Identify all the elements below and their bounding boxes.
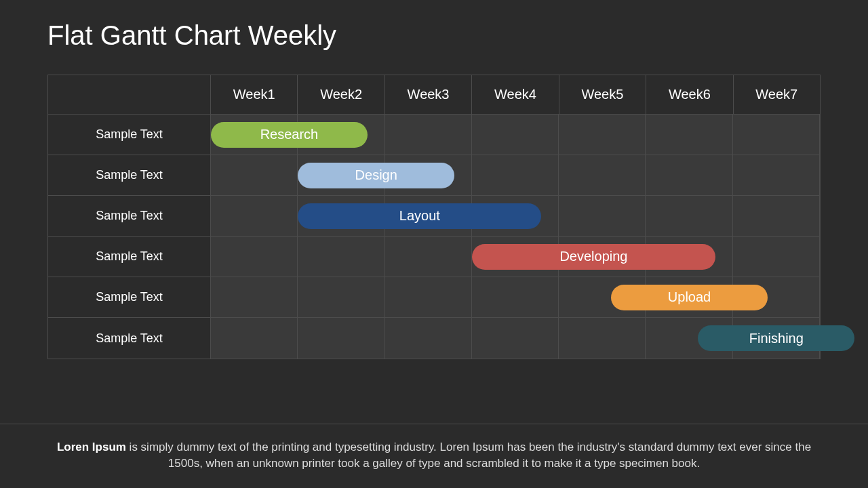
header-week4: Week4 (472, 75, 559, 115)
gantt-body: Sample TextResearchSample TextDesignSamp… (48, 115, 820, 359)
grid-cell (559, 115, 646, 155)
grid-cell (733, 196, 820, 236)
row-grid: Design (211, 155, 820, 196)
gantt-bar: Finishing (698, 325, 854, 351)
grid-cell (472, 115, 559, 155)
gantt-row: Sample TextDeveloping (48, 237, 820, 277)
gantt-row: Sample TextResearch (48, 115, 820, 155)
gantt-bar: Layout (298, 203, 541, 229)
grid-cell (733, 237, 820, 277)
grid-cell (559, 318, 646, 359)
grid-cell (472, 318, 559, 359)
gantt-bar: Upload (611, 285, 768, 310)
header-week7: Week7 (734, 75, 820, 115)
grid-cell (472, 155, 559, 195)
gantt-row: Sample TextUpload (48, 277, 820, 318)
header-week2: Week2 (298, 75, 384, 115)
grid-cell (211, 318, 298, 359)
grid-cell (472, 277, 559, 317)
gantt-bar: Design (298, 163, 454, 188)
grid-cell (646, 115, 732, 155)
grid-cell (646, 196, 732, 236)
grid-cell (298, 318, 384, 359)
row-label: Sample Text (48, 196, 211, 237)
footer-text: Loren Ipsum is simply dummy text of the … (0, 424, 868, 488)
header-week6: Week6 (646, 75, 733, 115)
row-label: Sample Text (48, 318, 211, 359)
row-grid: Layout (211, 196, 820, 237)
gantt-row: Sample TextDesign (48, 155, 820, 196)
header-week1: Week1 (211, 75, 298, 115)
grid-cell (733, 155, 820, 195)
grid-cell (559, 155, 646, 195)
grid-cell (385, 277, 472, 317)
grid-cell (646, 155, 732, 195)
grid-cell (385, 318, 472, 359)
row-label: Sample Text (48, 155, 211, 196)
grid-cell (298, 237, 384, 277)
grid-cell (211, 277, 298, 317)
grid-cell (733, 115, 820, 155)
gantt-bar: Developing (472, 244, 715, 270)
footer-rest: is simply dummy text of the printing and… (126, 441, 811, 470)
row-grid: Upload (211, 277, 820, 318)
grid-cell (385, 115, 472, 155)
page-title: Flat Gantt Chart Weekly (47, 20, 336, 51)
header-week5: Week5 (559, 75, 646, 115)
gantt-row: Sample TextFinishing (48, 318, 820, 359)
gantt-header-row: Week1 Week2 Week3 Week4 Week5 Week6 Week… (48, 75, 820, 115)
grid-cell (211, 196, 298, 236)
grid-cell (385, 237, 472, 277)
header-week3: Week3 (385, 75, 472, 115)
gantt-bar: Research (211, 122, 368, 148)
grid-cell (211, 155, 298, 195)
grid-cell (559, 196, 646, 236)
row-grid: Developing (211, 237, 820, 277)
row-grid: Finishing (211, 318, 820, 359)
gantt-chart: Week1 Week2 Week3 Week4 Week5 Week6 Week… (47, 75, 821, 359)
row-grid: Research (211, 115, 820, 155)
footer-bold: Loren Ipsum (57, 441, 126, 453)
row-label: Sample Text (48, 277, 211, 318)
header-empty-cell (48, 75, 211, 115)
row-label: Sample Text (48, 115, 211, 155)
gantt-row: Sample TextLayout (48, 196, 820, 237)
grid-cell (211, 237, 298, 277)
row-label: Sample Text (48, 237, 211, 277)
grid-cell (298, 277, 384, 317)
